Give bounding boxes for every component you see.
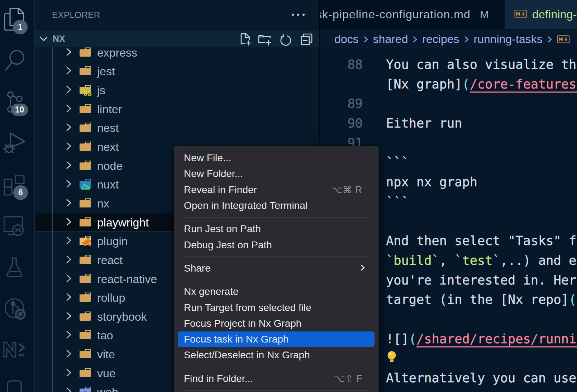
menu-item-label: Focus task in Nx Graph [184,334,289,345]
folder-js-icon: JS [79,85,91,96]
markdown-link[interactable]: /shared/recipes/running-tasks/nx-graph [416,331,577,346]
menu-separator [184,367,368,367]
chevron-right-icon [66,161,72,171]
menu-item-label: New File... [184,152,231,164]
tree-item-label: express [97,47,137,59]
menu-item-open-in-integrated-terminal[interactable]: Open in Integrated Terminal [178,198,375,214]
code-text: `test` [454,253,500,267]
menu-item-run-target-from-selected-file[interactable]: Run Target from selected file [178,300,375,315]
folder-nuxt-icon [79,179,91,190]
folder-icon [79,66,91,77]
new-file-button[interactable] [239,33,253,47]
code-text: [Nx graph] [386,76,462,91]
code-text: , [439,253,455,267]
tree-indent-guide [52,47,53,392]
folder-icon [79,254,91,266]
chevron-right-icon [66,311,72,322]
breadcrumb-item[interactable]: recipes [422,33,459,46]
folder-icon [79,104,91,115]
more-actions-button[interactable] [287,9,309,21]
code-text: Alternatively you can use the following … [386,370,577,385]
menu-item-nx-generate[interactable]: Nx generate [178,284,375,300]
code-text: And then select "Tasks" from the dropdow… [386,233,577,248]
breadcrumb-item[interactable]: docs [334,33,359,46]
markdown-link[interactable]: /core-features/explore-graph) [470,76,577,91]
tree-item-label: linter [97,102,122,116]
chevron-right-icon [66,123,72,133]
code-line-content: you're interested in. Here's an example … [386,272,577,287]
tree-item-jest[interactable]: jest [35,62,319,81]
activity-bar-item-remote-explorer[interactable] [0,201,34,241]
activity-badge: 10 [11,104,28,116]
activity-bar-item-extensions[interactable]: 6 [0,161,34,201]
tree-item-express[interactable]: express [35,47,319,62]
folder-icon [79,47,91,58]
menu-item-debug-jest-on-path[interactable]: Debug Jest on Path [178,237,375,253]
menu-item-share[interactable]: Share [178,260,375,276]
menu-item-new-file[interactable]: New File... [178,150,375,166]
activity-bar-item-nx-console[interactable] [0,321,34,361]
tab-pipeline-configuration[interactable]: sk-pipeline-configuration.md M [320,0,505,29]
tree-item-js[interactable]: JSjs [35,81,319,100]
chevron-right-icon [363,36,368,43]
new-folder-button[interactable] [258,33,272,47]
chevron-right-icon [464,36,469,43]
menu-item-new-folder[interactable]: New Folder... [178,166,375,182]
chevron-right-icon [66,47,72,58]
chevron-right-icon [66,330,72,341]
folder-icon [79,141,91,153]
code-line-content: `build`, `test`,..) and expand the task [386,253,577,267]
refresh-button[interactable] [278,33,292,47]
code-line: 88You can also visualize the task graph … [320,54,577,74]
breadcrumb-item[interactable]: shared [373,33,408,46]
menu-item-label: New Folder... [184,168,243,180]
tree-item-label: react [97,253,123,267]
menu-item-label: Debug Jest on Path [184,239,272,251]
menu-item-focus-task-in-nx-graph[interactable]: Focus task in Nx Graph [178,331,375,347]
menu-item-run-jest-on-path[interactable]: Run Jest on Path [178,221,375,237]
activity-bar-item-source-control[interactable]: 10 [0,80,34,120]
chevron-right-icon [66,292,72,303]
menu-item-select-deselect-in-nx-graph[interactable]: Select/Deselect in Nx Graph [178,347,375,363]
explorer-section-header[interactable]: NX [35,30,319,47]
chevron-right-icon [66,255,72,266]
breadcrumb-item[interactable]: running-tasks [474,33,543,46]
tree-item-label: node [97,159,123,172]
chevron-right-icon [66,349,72,360]
chevron-right-icon [66,179,72,190]
folder-icon [79,368,91,379]
activity-bar-item-account[interactable] [0,361,34,392]
folder-icon [79,217,91,228]
activity-badge: 1 [13,20,28,34]
activity-bar-item-github-actions[interactable] [0,281,34,321]
tree-item-nest[interactable]: nest [35,119,319,138]
sidebar-title-bar: EXPLORER [35,0,319,30]
menu-item-find-in-folder[interactable]: Find in Folder...⌥⇧ F [178,371,375,387]
tree-item-label: plugin [97,235,128,248]
menu-item-focus-project-in-nx-graph[interactable]: Focus Project in Nx Graph [178,316,375,331]
activity-bar-item-testing[interactable] [0,241,34,281]
ellipsis-icon [297,14,299,16]
menu-separator [184,257,368,257]
code-text: target (in the [Nx repo] [386,292,569,307]
activity-bar-item-explorer[interactable]: 1 [0,0,34,40]
activity-bar-item-run-and-debug[interactable] [0,120,34,161]
activity-bar-item-search[interactable] [0,40,34,80]
chevron-right-icon [66,236,72,247]
line-number: 88 [320,57,363,71]
menu-item-label: Find in Folder... [184,373,253,384]
section-title: NX [53,34,65,44]
collapse-all-button[interactable] [299,33,314,47]
tab-label: sk-pipeline-configuration.md [320,8,471,21]
menu-item-label: Open in Integrated Terminal [184,200,307,211]
folder-icon [79,292,91,303]
tree-item-linter[interactable]: linter [35,100,319,119]
activity-badge: 6 [13,185,28,200]
menu-item-label: Nx generate [184,286,239,297]
tree-item-label: next [97,140,119,154]
tab-defining-task-pipeline[interactable]: defining-task-pipeline.md [505,0,577,29]
menu-item-reveal-in-finder[interactable]: Reveal in Finder⌥⌘ R [178,182,375,198]
chevron-right-icon [66,274,72,285]
code-line-content: Either run [386,116,462,130]
code-line-content: ``` [386,194,409,209]
